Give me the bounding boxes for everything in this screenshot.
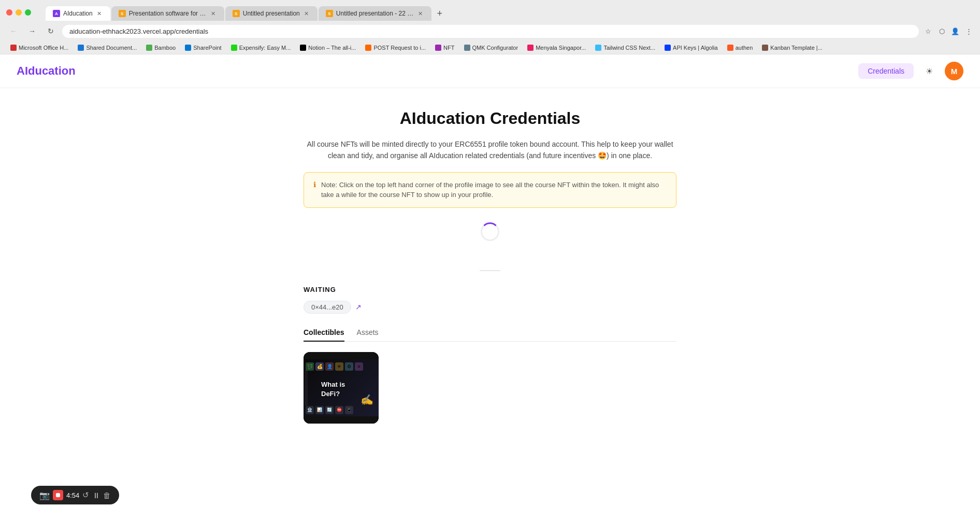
- nft-card[interactable]: 💱 💰 👤 ✳ ⚙ ≡ What is DeFi?: [304, 352, 379, 424]
- section-divider: [480, 270, 500, 271]
- bookmark-bamboo[interactable]: Bamboo: [142, 44, 180, 52]
- nft-card-top-bar: [304, 352, 379, 359]
- bookmark-icon-nft: [435, 45, 441, 51]
- pause-button[interactable]: ⏸: [92, 491, 100, 500]
- camera-button[interactable]: 📷: [39, 490, 50, 500]
- nft-bottom-icons: 🏦 📊 🔄 ⛔ 📱: [306, 406, 377, 414]
- bookmark-menyala[interactable]: Menyala Singapor...: [523, 44, 590, 52]
- app-content: AIducation Credentials ☀ M AIducation Cr…: [0, 54, 980, 505]
- bookmark-icon[interactable]: ☆: [923, 26, 933, 36]
- bookmark-ms-office[interactable]: Microsoft Office H...: [6, 44, 73, 52]
- page-title: AIducation Credentials: [304, 109, 676, 128]
- nft-bottom-icon-2: 📊: [315, 406, 324, 414]
- nft-title-line2: DeFi?: [321, 389, 345, 399]
- nft-left-bar: [305, 370, 308, 406]
- bookmark-icon-sharepoint: [185, 45, 191, 51]
- menu-icon[interactable]: ⋮: [963, 26, 974, 36]
- browser-tab-aiducation[interactable]: A AIducation ✕: [46, 6, 110, 21]
- tab-close-slides3[interactable]: ✕: [417, 10, 424, 17]
- theme-toggle-button[interactable]: ☀: [921, 63, 938, 79]
- credentials-nav-button[interactable]: Credentials: [858, 63, 914, 79]
- browser-tab-presentation[interactable]: S Presentation software for fast ✕: [111, 6, 224, 21]
- extensions-icon[interactable]: ⬡: [936, 26, 947, 36]
- maximize-window-btn[interactable]: [25, 9, 31, 16]
- browser-tab-untitled[interactable]: S Untitled presentation ✕: [225, 6, 318, 21]
- close-window-btn[interactable]: [6, 9, 12, 16]
- reset-button[interactable]: ↺: [82, 490, 89, 500]
- bookmark-icon-expensify: [231, 45, 237, 51]
- record-stop-icon: [56, 493, 60, 497]
- bookmark-algolia[interactable]: API Keys | Algolia: [660, 44, 722, 52]
- note-content: Note: Click on the top left hand corner …: [321, 180, 667, 200]
- external-link-icon[interactable]: ↗: [355, 303, 362, 311]
- bookmark-kanban[interactable]: Kanban Template |...: [758, 44, 827, 52]
- wallet-address-badge: 0×44...e20: [304, 301, 351, 314]
- bookmark-post-request[interactable]: POST Request to i...: [361, 44, 430, 52]
- bookmark-authen[interactable]: authen: [723, 44, 757, 52]
- bookmark-icon-ms: [10, 45, 17, 51]
- bookmark-icon-menyala: [527, 45, 534, 51]
- app-header: AIducation Credentials ☀ M: [0, 54, 980, 88]
- logo-ai: AI: [17, 64, 28, 77]
- bookmark-icon-notion: [300, 45, 306, 51]
- bookmark-icon-authen: [727, 45, 733, 51]
- bookmark-icon-bamboo: [146, 45, 152, 51]
- bookmark-nft[interactable]: NFT: [431, 44, 458, 52]
- record-indicator: [53, 490, 63, 500]
- collectibles-tab[interactable]: Collectibles: [304, 324, 344, 342]
- tab-favicon-slides1: S: [119, 10, 126, 17]
- tab-close-slides2[interactable]: ✕: [303, 10, 310, 17]
- trash-button[interactable]: 🗑: [103, 491, 111, 500]
- nft-card-image: 💱 💰 👤 ✳ ⚙ ≡ What is DeFi?: [304, 359, 379, 416]
- minimize-window-btn[interactable]: [16, 9, 22, 16]
- back-button[interactable]: ←: [6, 24, 21, 38]
- tab-favicon-slides3: S: [326, 10, 333, 17]
- nft-hand-icon: ✍: [361, 393, 373, 406]
- bookmark-tailwind[interactable]: Tailwind CSS Next...: [591, 44, 659, 52]
- floating-toolbar: 📷 4:54 ↺ ⏸ 🗑: [31, 486, 119, 504]
- profile-icon[interactable]: 👤: [950, 26, 960, 36]
- forward-button[interactable]: →: [25, 24, 39, 38]
- assets-tab[interactable]: Assets: [357, 324, 379, 342]
- browser-tab-untitled-oct[interactable]: S Untitled presentation - 22 Oct... ✕: [319, 6, 431, 21]
- tab-title-slides1: Presentation software for fast: [129, 10, 207, 17]
- bookmark-qmk[interactable]: QMK Configurator: [460, 44, 523, 52]
- bookmark-icon-qmk: [464, 45, 470, 51]
- note-box: ℹ Note: Click on the top left hand corne…: [304, 172, 676, 208]
- reload-button[interactable]: ↻: [44, 24, 58, 38]
- bookmark-icon-shared: [78, 45, 84, 51]
- address-bar: ← → ↻ ☆ ⬡ 👤 ⋮: [0, 21, 980, 41]
- bookmark-sharepoint[interactable]: SharePoint: [181, 44, 225, 52]
- bookmark-notion[interactable]: Notion – The all-i...: [296, 44, 360, 52]
- browser-chrome: A AIducation ✕ S Presentation software f…: [0, 0, 980, 54]
- nft-icon-3: 👤: [325, 362, 334, 371]
- nft-card-bottom-bar: [304, 416, 379, 424]
- browser-tabs: A AIducation ✕ S Presentation software f…: [39, 6, 974, 21]
- tab-title-aiducation: AIducation: [63, 10, 93, 17]
- nft-icon-6: ≡: [355, 362, 363, 371]
- nft-title-line1: What is: [321, 380, 345, 389]
- bookmark-shared-doc[interactable]: Shared Document...: [74, 44, 141, 52]
- tab-favicon-aiducation: A: [53, 10, 60, 17]
- tab-close-aiducation[interactable]: ✕: [96, 10, 103, 17]
- title-bar: A AIducation ✕ S Presentation software f…: [0, 0, 980, 21]
- nft-icon-4: ✳: [335, 362, 343, 371]
- tab-close-slides1[interactable]: ✕: [210, 10, 217, 17]
- traffic-lights: [6, 9, 31, 16]
- user-avatar[interactable]: M: [945, 62, 963, 80]
- bookmark-icon-algolia: [665, 45, 671, 51]
- nft-bottom-icon-4: ⛔: [335, 406, 343, 414]
- tab-favicon-slides2: S: [233, 10, 240, 17]
- tab-title-slides2: Untitled presentation: [243, 10, 300, 17]
- nft-inner-content: 💱 💰 👤 ✳ ⚙ ≡ What is DeFi?: [304, 359, 379, 416]
- address-input[interactable]: [62, 25, 919, 38]
- bookmarks-bar: Microsoft Office H... Shared Document...…: [0, 41, 980, 54]
- bookmark-expensify[interactable]: Expensify: Easy M...: [227, 44, 295, 52]
- waiting-label: WAITING: [304, 286, 676, 293]
- new-tab-button[interactable]: +: [433, 6, 447, 21]
- nft-bottom-icon-5: 📱: [345, 406, 353, 414]
- nft-title-text: What is DeFi?: [321, 380, 345, 399]
- app-logo: AIducation: [17, 64, 76, 78]
- nft-top-icons: 💱 💰 👤 ✳ ⚙ ≡: [306, 362, 377, 371]
- info-icon: ℹ: [313, 180, 316, 189]
